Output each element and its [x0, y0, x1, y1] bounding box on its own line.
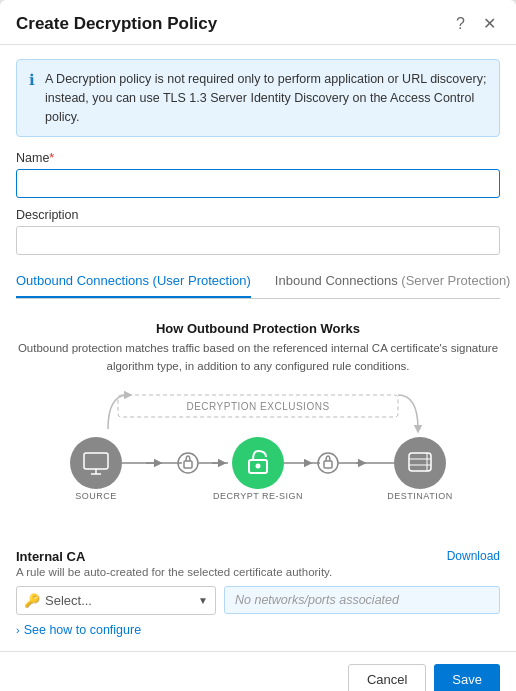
ca-select-wrapper: 🔑 Select... ▼ — [16, 586, 216, 615]
info-icon: ℹ — [29, 71, 35, 89]
svg-text:SOURCE: SOURCE — [75, 491, 117, 501]
modal-footer: Cancel Save — [0, 651, 516, 691]
description-label: Description — [16, 208, 500, 222]
ca-description: A rule will be auto-created for the sele… — [16, 566, 500, 578]
description-field-group: Description — [16, 208, 500, 255]
see-how-section: › See how to configure — [16, 623, 500, 637]
create-decryption-policy-modal: Create Decryption Policy ? ✕ ℹ A Decrypt… — [0, 0, 516, 691]
save-button[interactable]: Save — [434, 664, 500, 691]
ca-header: Internal CA Download — [16, 549, 500, 564]
name-required: * — [49, 151, 54, 165]
header-icons: ? ✕ — [452, 14, 500, 34]
tab-inbound[interactable]: Inbound Connections (Server Protection) — [275, 265, 511, 298]
see-how-link[interactable]: See how to configure — [24, 623, 141, 637]
help-button[interactable]: ? — [452, 14, 469, 34]
modal-title: Create Decryption Policy — [16, 14, 217, 34]
info-banner: ℹ A Decryption policy is not required on… — [16, 59, 500, 137]
cancel-button[interactable]: Cancel — [348, 664, 426, 691]
download-link[interactable]: Download — [447, 549, 500, 563]
diagram-title: How Outbound Protection Works — [16, 321, 500, 336]
diagram-svg: DECRYPTION EXCLUSIONS SOURCE — [16, 391, 500, 521]
svg-point-23 — [394, 437, 446, 489]
ca-networks-placeholder: No networks/ports associated — [224, 586, 500, 614]
info-text: A Decryption policy is not required only… — [45, 70, 487, 126]
name-input[interactable] — [16, 169, 500, 198]
name-field-group: Name* — [16, 151, 500, 198]
chevron-right-icon: › — [16, 624, 20, 636]
internal-ca-label: Internal CA — [16, 549, 85, 564]
ca-fields: 🔑 Select... ▼ No networks/ports associat… — [16, 586, 500, 615]
tab-outbound[interactable]: Outbound Connections (User Protection) — [16, 265, 251, 298]
svg-text:DECRYPT RE-SIGN: DECRYPT RE-SIGN — [213, 491, 303, 501]
svg-point-15 — [256, 463, 261, 468]
close-button[interactable]: ✕ — [479, 14, 500, 34]
svg-text:DECRYPTION EXCLUSIONS: DECRYPTION EXCLUSIONS — [186, 401, 329, 412]
modal-body: ℹ A Decryption policy is not required on… — [0, 45, 516, 651]
modal-header: Create Decryption Policy ? ✕ — [0, 0, 516, 45]
ca-select[interactable]: Select... — [16, 586, 216, 615]
svg-point-2 — [70, 437, 122, 489]
svg-point-13 — [232, 437, 284, 489]
description-input[interactable] — [16, 226, 500, 255]
svg-rect-10 — [184, 461, 192, 468]
name-label: Name* — [16, 151, 500, 165]
svg-text:DESTINATION: DESTINATION — [387, 491, 452, 501]
diagram-section: How Outbound Protection Works Outbound p… — [16, 313, 500, 535]
tabs: Outbound Connections (User Protection) I… — [16, 265, 500, 299]
svg-rect-20 — [324, 461, 332, 468]
internal-ca-section: Internal CA Download A rule will be auto… — [16, 549, 500, 637]
diagram-description: Outbound protection matches traffic base… — [16, 340, 500, 375]
